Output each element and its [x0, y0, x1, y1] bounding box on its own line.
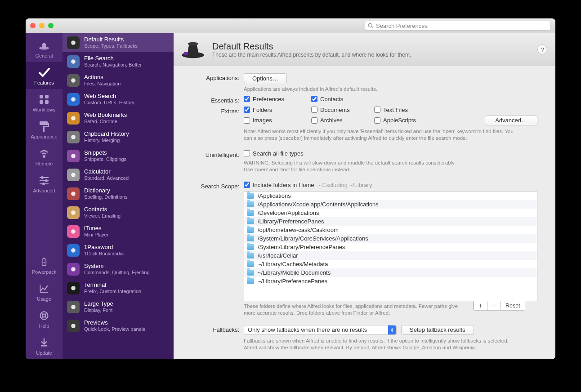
feature-title: Default Results — [84, 36, 138, 43]
scope-add-button[interactable]: + — [474, 301, 487, 310]
scope-path-row[interactable]: /System/Library/CoreServices/Application… — [244, 234, 537, 243]
feature-sub: Quick Look, Preview panels — [84, 326, 145, 332]
feature-item-1password[interactable]: 1Password1Click Bookmarks — [63, 241, 174, 260]
feature-item-dictionary[interactable]: DictionarySpelling, Definitions — [63, 184, 174, 203]
feature-item-snippets[interactable]: SnippetsSnippets, Clippings — [63, 147, 174, 165]
feature-sub: Mini Player — [84, 232, 108, 238]
feature-sub: History, Merging — [84, 138, 129, 143]
include-home-checkbox[interactable]: Include folders in Home — [244, 182, 314, 188]
scope-path-row[interactable]: ~/Library/PreferencePanes — [244, 277, 537, 285]
nav-rail: General Features Workflows Appearance Re… — [26, 33, 63, 359]
feature-item-previews[interactable]: PreviewsQuick Look, Preview panels — [63, 316, 174, 335]
feature-icon — [67, 55, 80, 68]
feature-item-web-search[interactable]: Web SearchCustom, URLs, History — [63, 90, 174, 109]
search-input[interactable] — [365, 21, 551, 31]
feature-icon — [67, 36, 80, 49]
archives-checkbox[interactable]: Archives — [311, 117, 374, 124]
feature-icon — [67, 74, 80, 87]
feature-item-clipboard-history[interactable]: Clipboard HistoryHistory, Merging — [63, 128, 174, 147]
feature-title: 1Password — [84, 244, 124, 251]
fallbacks-select[interactable]: Only show fallbacks when there are no re… — [244, 325, 397, 335]
nav-workflows[interactable]: Workflows — [26, 89, 63, 116]
svg-point-27 — [71, 173, 76, 177]
unintelligent-label: Unintelligent: — [182, 150, 244, 158]
feature-item-terminal[interactable]: TerminalPrefix, Custom Integration — [63, 279, 174, 298]
applescripts-checkbox[interactable]: AppleScripts — [374, 117, 442, 124]
images-checkbox[interactable]: Images — [244, 117, 311, 124]
feature-item-calculator[interactable]: CalculatorStandard, Advanced — [63, 165, 174, 184]
lifebuoy-icon — [38, 309, 50, 322]
svg-point-20 — [71, 40, 76, 45]
feature-item-large-type[interactable]: Large TypeDisplay, Font — [63, 298, 174, 316]
nav-features[interactable]: Features — [26, 62, 63, 89]
feature-title: Contacts — [84, 206, 121, 213]
nav-general[interactable]: General — [26, 35, 63, 62]
unintelligent-hint: WARNING: Selecting this will slow down a… — [244, 160, 460, 174]
feature-icon — [67, 263, 80, 276]
zoom-window-button[interactable] — [48, 23, 54, 28]
close-window-button[interactable] — [30, 23, 36, 28]
nav-label: Advanced — [33, 188, 55, 193]
applications-options-button[interactable]: Options… — [244, 73, 287, 83]
scope-list[interactable]: /Applications/Applications/Xcode.app/Con… — [244, 191, 537, 301]
svg-point-8 — [43, 155, 45, 158]
feature-item-itunes[interactable]: iTunesMini Player — [63, 222, 174, 241]
svg-point-18 — [43, 314, 46, 317]
setup-fallback-button[interactable]: Setup fallback results — [401, 325, 474, 335]
feature-sub: 1Click Bookmarks — [84, 251, 124, 257]
feature-icon — [67, 112, 80, 125]
svg-rect-19 — [41, 345, 47, 347]
help-button[interactable]: ? — [537, 45, 547, 54]
scope-path-row[interactable]: /Applications/Xcode.app/Contents/Applica… — [244, 200, 537, 209]
feature-item-default-results[interactable]: Default ResultsScope, Types, Fallbacks — [63, 33, 174, 52]
scope-path-row[interactable]: /usr/local/Cellar — [244, 251, 537, 260]
minimize-window-button[interactable] — [39, 23, 45, 28]
nav-remote[interactable]: Remote — [26, 143, 63, 170]
nav-appearance[interactable]: Appearance — [26, 116, 63, 143]
feature-item-system[interactable]: SystemCommands, Quitting, Ejecting — [63, 260, 174, 279]
nav-powerpack[interactable]: Powerpack — [26, 251, 63, 278]
contacts-checkbox[interactable]: Contacts — [311, 96, 374, 102]
nav-update[interactable]: Update — [26, 332, 63, 359]
remote-icon — [38, 147, 50, 160]
nav-help[interactable]: Help — [26, 305, 63, 332]
svg-point-28 — [71, 192, 76, 196]
scope-path-text: /usr/local/Cellar — [258, 252, 298, 259]
nav-advanced[interactable]: Advanced — [26, 170, 63, 197]
textfiles-checkbox[interactable]: Text Files — [374, 107, 442, 113]
scope-path-row[interactable]: ~/Library/Caches/Metadata — [244, 260, 537, 268]
nav-usage[interactable]: Usage — [26, 278, 63, 305]
documents-checkbox[interactable]: Documents — [311, 107, 374, 113]
scope-path-row[interactable]: /Library/PreferencePanes — [244, 217, 537, 226]
feature-sub: Custom, URLs, History — [84, 100, 134, 106]
scope-path-row[interactable]: /System/Library/PreferencePanes — [244, 243, 537, 251]
svg-rect-6 — [45, 100, 49, 104]
applications-label: Applications: — [182, 73, 244, 81]
feature-item-contacts[interactable]: ContactsViewer, Emailing — [63, 203, 174, 222]
folders-checkbox[interactable]: Folders — [244, 107, 311, 113]
main-pane: Default Results These are the main resul… — [174, 33, 555, 359]
scope-path-row[interactable]: ~/Library/Mobile Documents — [244, 268, 537, 277]
feature-item-file-search[interactable]: File SearchSearch, Navigation, Buffer — [63, 52, 174, 71]
scope-path-row[interactable]: /opt/homebrew-cask/Caskroom — [244, 226, 537, 234]
scope-path-row[interactable]: /Applications — [244, 192, 537, 200]
scope-reset-button[interactable]: Reset — [501, 301, 525, 310]
preferences-checkbox[interactable]: Preferences — [244, 96, 311, 102]
content: Applications: Options… Applications are … — [174, 66, 555, 359]
nav-label: Appearance — [31, 134, 57, 139]
search-all-checkbox[interactable]: Search all file types — [244, 150, 537, 157]
feature-item-actions[interactable]: ActionsFiles, Navigation — [63, 71, 174, 90]
svg-point-29 — [71, 210, 76, 215]
scope-path-text: ~/Library/Mobile Documents — [258, 269, 331, 276]
svg-rect-7 — [40, 121, 48, 125]
scope-remove-button[interactable]: − — [487, 301, 501, 310]
feature-title: Terminal — [84, 282, 141, 289]
hat-icon — [180, 39, 206, 60]
search-preferences — [365, 21, 551, 31]
feature-item-web-bookmarks[interactable]: Web BookmarksSafari, Chrome — [63, 109, 174, 128]
scope-path-row[interactable]: /Developer/Applications — [244, 209, 537, 217]
preferences-window: General Features Workflows Appearance Re… — [26, 18, 555, 359]
extras-advanced-button[interactable]: Advanced… — [485, 116, 537, 125]
battery-icon — [38, 255, 50, 268]
svg-point-23 — [71, 97, 76, 102]
